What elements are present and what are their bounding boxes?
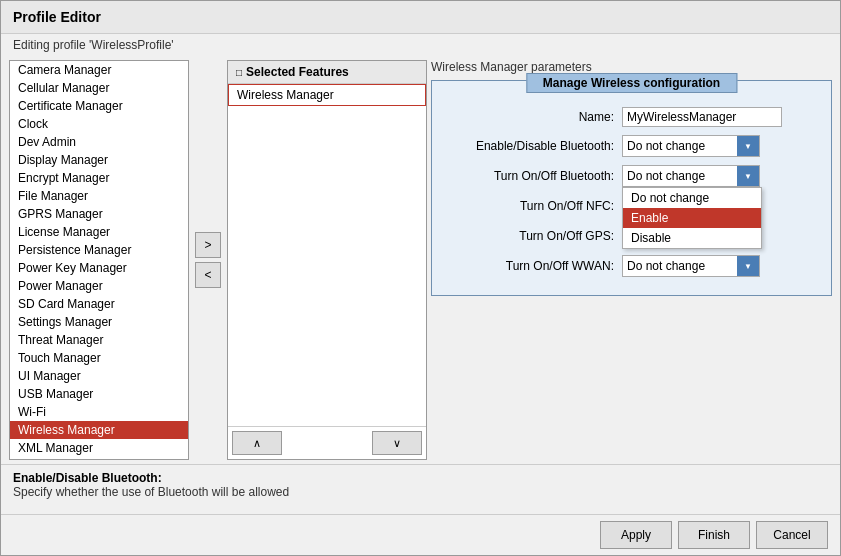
sidebar-item-cellular-manager[interactable]: Cellular Manager [10, 79, 188, 97]
turn-wwan-dropdown[interactable]: Do not change ▼ [622, 255, 760, 277]
bt-option-disable[interactable]: Disable [623, 228, 761, 248]
footer-buttons: Apply Finish Cancel [1, 514, 840, 555]
move-down-button[interactable]: ∨ [372, 431, 422, 455]
sidebar-item-sd-card-manager[interactable]: SD Card Manager [10, 295, 188, 313]
sidebar-item-display-manager[interactable]: Display Manager [10, 151, 188, 169]
sidebar-item-power-manager[interactable]: Power Manager [10, 277, 188, 295]
sidebar-item-certificate-manager[interactable]: Certificate Manager [10, 97, 188, 115]
info-description: Specify whether the use of Bluetooth wil… [13, 485, 828, 499]
middle-panel: □ Selected Features Wireless Manager ∧ ∨ [227, 60, 427, 460]
turn-gps-label: Turn On/Off GPS: [444, 229, 614, 243]
turn-bt-label: Turn On/Off Bluetooth: [444, 169, 614, 183]
turn-bt-arrow-icon: ▼ [737, 166, 759, 186]
sidebar-item-xml-manager[interactable]: XML Manager [10, 439, 188, 457]
title-bar: Profile Editor [1, 1, 840, 34]
bt-dropdown-popup: Do not change Enable Disable [622, 187, 762, 249]
feature-item-wireless-manager[interactable]: Wireless Manager [228, 84, 426, 106]
sidebar-item-file-manager[interactable]: File Manager [10, 187, 188, 205]
profile-editor-window: Profile Editor Editing profile 'Wireless… [0, 0, 841, 556]
features-list: Wireless Manager [228, 84, 426, 426]
turn-wwan-value: Do not change [623, 259, 737, 273]
bottom-info: Enable/Disable Bluetooth: Specify whethe… [1, 464, 840, 514]
sidebar-item-settings-manager[interactable]: Settings Manager [10, 313, 188, 331]
config-box: Manage Wireless configuration Name: Enab… [431, 80, 832, 296]
sidebar-item-encrypt-manager[interactable]: Encrypt Manager [10, 169, 188, 187]
turn-wwan-label: Turn On/Off WWAN: [444, 259, 614, 273]
turn-bt-row: Turn On/Off Bluetooth: Do not change ▼ D… [444, 165, 819, 187]
transfer-buttons: > < [193, 60, 223, 460]
move-left-button[interactable]: < [195, 262, 221, 288]
subtitle: Editing profile 'WirelessProfile' [1, 34, 840, 56]
selected-features-title: Selected Features [246, 65, 349, 79]
turn-wwan-row: Turn On/Off WWAN: Do not change ▼ [444, 255, 819, 277]
sidebar-item-license-manager[interactable]: License Manager [10, 223, 188, 241]
right-panel: Wireless Manager parameters Manage Wirel… [431, 60, 832, 460]
sidebar-item-dev-admin[interactable]: Dev Admin [10, 133, 188, 151]
sidebar-item-gprs-manager[interactable]: GPRS Manager [10, 205, 188, 223]
enable-bt-row: Enable/Disable Bluetooth: Do not change … [444, 135, 819, 157]
name-label: Name: [444, 110, 614, 124]
enable-bt-label: Enable/Disable Bluetooth: [444, 139, 614, 153]
turn-bt-value: Do not change [623, 169, 737, 183]
name-input[interactable] [622, 107, 782, 127]
turn-wwan-arrow-icon: ▼ [737, 256, 759, 276]
info-title: Enable/Disable Bluetooth: [13, 471, 828, 485]
window-title: Profile Editor [13, 9, 828, 25]
enable-bt-value: Do not change [623, 139, 737, 153]
apply-button[interactable]: Apply [600, 521, 672, 549]
turn-nfc-label: Turn On/Off NFC: [444, 199, 614, 213]
sidebar-item-wireless-manager[interactable]: Wireless Manager [10, 421, 188, 439]
move-right-button[interactable]: > [195, 232, 221, 258]
sidebar-item-persistence-manager[interactable]: Persistence Manager [10, 241, 188, 259]
enable-bt-dropdown[interactable]: Do not change ▼ [622, 135, 760, 157]
sidebar-item-touch-manager[interactable]: Touch Manager [10, 349, 188, 367]
selected-features-header: □ Selected Features [228, 61, 426, 84]
name-row: Name: [444, 107, 819, 127]
turn-bt-dropdown[interactable]: Do not change ▼ [622, 165, 760, 187]
right-panel-title: Wireless Manager parameters [431, 60, 832, 74]
finish-button[interactable]: Finish [678, 521, 750, 549]
sidebar-item-camera-manager[interactable]: Camera Manager [10, 61, 188, 79]
move-up-button[interactable]: ∧ [232, 431, 282, 455]
sidebar-item-threat-manager[interactable]: Threat Manager [10, 331, 188, 349]
sidebar-item-clock[interactable]: Clock [10, 115, 188, 133]
bt-option-enable[interactable]: Enable [623, 208, 761, 228]
bt-option-donotchange[interactable]: Do not change [623, 188, 761, 208]
sidebar-item-power-key-manager[interactable]: Power Key Manager [10, 259, 188, 277]
config-box-title: Manage Wireless configuration [526, 73, 737, 93]
sidebar-item-ui-manager[interactable]: UI Manager [10, 367, 188, 385]
collapse-icon[interactable]: □ [236, 67, 242, 78]
sidebar-item-usb-manager[interactable]: USB Manager [10, 385, 188, 403]
enable-bt-arrow-icon: ▼ [737, 136, 759, 156]
main-content: Camera ManagerCellular ManagerCertificat… [1, 56, 840, 464]
sidebar-item-wi-fi[interactable]: Wi-Fi [10, 403, 188, 421]
cancel-button[interactable]: Cancel [756, 521, 828, 549]
left-panel: Camera ManagerCellular ManagerCertificat… [9, 60, 189, 460]
reorder-buttons: ∧ ∨ [228, 426, 426, 459]
